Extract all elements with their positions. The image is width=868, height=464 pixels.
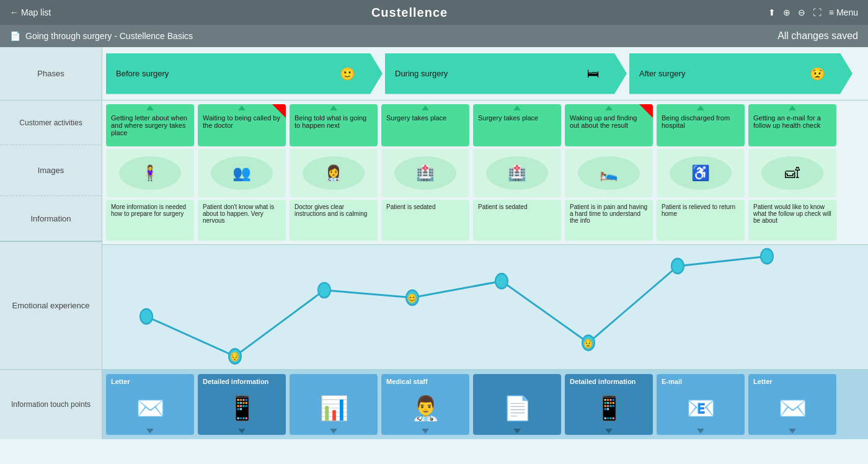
svg-point-10: [761, 249, 773, 264]
touchpoint-card-5: Detailed information📱: [565, 374, 653, 435]
fullscreen-button[interactable]: ⛶: [813, 7, 822, 17]
title-bar: 📄 Going through surgery - Custellence Ba…: [0, 25, 868, 47]
touchpoint-card-7: Letter✉️: [748, 374, 836, 435]
phase-during-icon: 🛏: [587, 66, 600, 81]
share-icon: ⬆: [768, 7, 776, 17]
svg-point-3: [318, 283, 330, 298]
zoom-in-button[interactable]: ⊕: [783, 7, 790, 17]
app-title: Custellence: [371, 6, 448, 20]
svg-text:😟: 😟: [583, 337, 593, 349]
minus-icon: ⊖: [798, 7, 805, 17]
touchpoint-card-3: Medical staff👨‍⚕️: [381, 374, 469, 435]
label-information: Information: [0, 196, 102, 241]
fullscreen-icon: ⛶: [813, 7, 822, 17]
touchpoint-card-0: Letter✉️: [106, 374, 194, 435]
touchpoint-card-1: Detailed information📱: [198, 374, 286, 435]
emotion-row: 😔😊😟: [102, 245, 868, 370]
activity-card-3: Surgery takes place: [381, 104, 469, 146]
image-card-0: 🧍‍♀️: [106, 149, 194, 197]
touchpoint-card-6: E-mail📧: [657, 374, 745, 435]
activities-group: Getting letter about when and where surg…: [102, 100, 868, 245]
zoom-out-button[interactable]: ⊖: [798, 7, 805, 17]
info-card-7: Patient would like to know what the foll…: [748, 200, 836, 241]
top-nav: ← Map list Custellence ⬆ ⊕ ⊖ ⛶ ≡ Menu: [0, 0, 868, 25]
activity-card-7: Getting an e-mail for a follow up health…: [748, 104, 836, 146]
save-status: All changes saved: [777, 30, 858, 42]
plus-icon: ⊕: [783, 7, 790, 17]
phase-after-surgery: After surgery 😟: [629, 53, 852, 94]
images-row: 🧍‍♀️👥👩‍⚕️🏥🏥🛌♿🛋: [102, 146, 868, 197]
image-card-7: 🛋: [748, 149, 836, 197]
touchpoints-row: Letter✉️Detailed information📱📊Medical st…: [102, 370, 868, 439]
svg-point-9: [671, 259, 684, 274]
document-icon: 📄: [10, 31, 20, 41]
phase-before-surgery: Before surgery 🙂: [106, 53, 383, 94]
label-phases: Phases: [0, 47, 102, 100]
phase-before-icon: 🙂: [340, 66, 355, 81]
map-list-button[interactable]: ← Map list: [10, 7, 51, 17]
menu-button[interactable]: ≡ Menu: [829, 7, 858, 17]
info-row: More information is needed how to prepar…: [102, 197, 868, 244]
label-images: Images: [0, 145, 102, 196]
activity-card-5: Waking up and finding out about the resu…: [565, 104, 653, 146]
svg-text:😊: 😊: [407, 293, 417, 305]
activity-card-4: Surgery takes place: [473, 104, 561, 146]
back-arrow-icon: ←: [10, 7, 19, 17]
svg-point-6: [495, 274, 508, 288]
svg-text:😔: 😔: [230, 351, 239, 363]
phases-row: Before surgery 🙂 During surgery 🛏 After …: [102, 47, 868, 100]
activities-row: Getting letter about when and where surg…: [102, 100, 868, 146]
info-card-0: More information is needed how to prepar…: [106, 200, 194, 241]
touchpoint-card-2: 📊: [290, 374, 378, 435]
menu-label: Menu: [836, 7, 858, 17]
label-touch-points: Information touch points: [0, 370, 102, 439]
phase-before-label: Before surgery: [116, 69, 169, 78]
svg-point-0: [140, 309, 153, 324]
image-card-1: 👥: [198, 149, 286, 197]
image-card-3: 🏥: [381, 149, 469, 197]
nav-right: ⬆ ⊕ ⊖ ⛶ ≡ Menu: [768, 7, 858, 17]
touchpoint-card-4: 📄: [473, 374, 561, 435]
nav-left: ← Map list: [10, 7, 51, 17]
share-button[interactable]: ⬆: [768, 7, 776, 17]
activity-card-1: Waiting to being called by the doctor: [198, 104, 286, 146]
image-card-4: 🏥: [473, 149, 561, 197]
phase-during-label: During surgery: [395, 69, 448, 78]
phase-after-icon: 😟: [810, 66, 825, 81]
info-card-6: Patient is relieved to return home: [657, 200, 745, 241]
activity-card-0: Getting letter about when and where surg…: [106, 104, 194, 146]
info-card-4: Patient is sedated: [473, 200, 561, 241]
menu-icon: ≡: [829, 7, 834, 17]
title-bar-left: 📄 Going through surgery - Custellence Ba…: [10, 31, 193, 41]
phase-during-surgery: During surgery 🛏: [385, 53, 627, 94]
info-card-5: Patient is in pain and having a hard tim…: [565, 200, 653, 241]
activity-card-2: Being told what is going to happen next: [290, 104, 378, 146]
info-card-1: Patient don't know what is about to happ…: [198, 200, 286, 241]
image-card-6: ♿: [657, 149, 745, 197]
image-card-2: 👩‍⚕️: [290, 149, 378, 197]
info-card-2: Doctor gives clear instructions and is c…: [290, 200, 378, 241]
map-list-label: Map list: [21, 7, 51, 17]
activity-card-6: Being discharged from hospital: [657, 104, 745, 146]
image-card-5: 🛌: [565, 149, 653, 197]
info-card-3: Patient is sedated: [381, 200, 469, 241]
label-customer-activities: Customer activities: [0, 100, 102, 145]
map-title: Going through surgery - Custellence Basi…: [25, 31, 193, 41]
label-emotional-experience: Emotional experience: [0, 241, 102, 370]
phase-after-label: After surgery: [639, 69, 685, 78]
